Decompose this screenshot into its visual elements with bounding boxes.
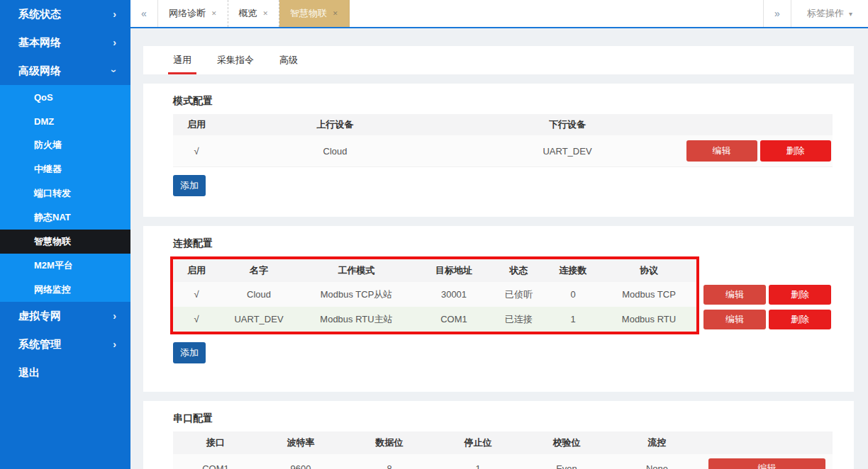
column-header: 校验位 bbox=[521, 431, 613, 454]
column-header: 状态 bbox=[493, 259, 545, 282]
tab-label: 采集指令 bbox=[217, 55, 254, 65]
sidebar-item-qos[interactable]: QoS bbox=[0, 85, 130, 109]
section-title: 串口配置 bbox=[173, 412, 833, 425]
cell-protocol: Modbus RTU bbox=[601, 307, 696, 332]
sidebar-item-port-forward[interactable]: 端口转发 bbox=[0, 181, 130, 205]
chevron-right-icon: › bbox=[113, 339, 116, 349]
tabbar-spacer bbox=[350, 0, 763, 27]
tab-label: 网络诊断 bbox=[169, 7, 206, 20]
tab-network-diagnosis[interactable]: 网络诊断 ✕ bbox=[158, 0, 228, 27]
sidebar-item-static-nat[interactable]: 静态NAT bbox=[0, 205, 130, 230]
column-header: 下行设备 bbox=[450, 114, 684, 135]
sidebar-item-label: 智慧物联 bbox=[34, 235, 71, 248]
cell-status: 已侦听 bbox=[493, 282, 545, 307]
edit-button[interactable]: 编辑 bbox=[703, 310, 766, 329]
close-icon[interactable]: ✕ bbox=[263, 10, 269, 17]
column-header-actions bbox=[701, 431, 833, 454]
actions-header-spacer bbox=[703, 256, 831, 282]
tab-advanced[interactable]: 高级 bbox=[279, 54, 298, 74]
sidebar-item-firewall[interactable]: 防火墙 bbox=[0, 133, 130, 157]
cell-target-address: 30001 bbox=[415, 282, 493, 307]
tab-label: 高级 bbox=[279, 55, 298, 65]
sidebar-item-label: 中继器 bbox=[34, 163, 62, 176]
sidebar-item-label: QoS bbox=[34, 92, 53, 103]
column-header: 波特率 bbox=[258, 431, 343, 454]
sidebar-item-advanced-network[interactable]: 高级网络 › bbox=[0, 57, 130, 85]
edit-button[interactable]: 编辑 bbox=[703, 285, 766, 305]
sidebar-item-label: 高级网络 bbox=[18, 64, 61, 78]
close-icon[interactable]: ✕ bbox=[333, 10, 338, 17]
edit-button[interactable]: 编辑 bbox=[708, 458, 825, 469]
collapse-tabs-right-button[interactable]: » bbox=[763, 0, 791, 27]
sidebar-item-system-status[interactable]: 系统状态 › bbox=[0, 0, 130, 28]
column-header: 协议 bbox=[601, 259, 696, 282]
caret-down-icon: ▾ bbox=[849, 10, 852, 18]
cell-data-bits: 8 bbox=[343, 454, 435, 469]
sidebar-item-label: 静态NAT bbox=[34, 211, 71, 224]
edit-button[interactable]: 编辑 bbox=[686, 140, 757, 162]
column-header: 停止位 bbox=[435, 431, 521, 454]
table-row: COM1 9600 8 1 Even None 编辑 bbox=[173, 454, 833, 469]
sidebar-item-label: 系统状态 bbox=[18, 8, 61, 21]
tab-label: 通用 bbox=[173, 55, 191, 65]
cell-target-address: COM1 bbox=[415, 307, 493, 332]
connection-config-table: 启用 名字 工作模式 目标地址 状态 连接数 协议 √ bbox=[173, 259, 696, 332]
cell-connection-count: 0 bbox=[545, 282, 601, 307]
tab-overview[interactable]: 概览 ✕ bbox=[228, 0, 280, 27]
sidebar: 系统状态 › 基本网络 › 高级网络 › QoS DMZ 防火墙 中继器 端口转… bbox=[0, 0, 130, 469]
column-header: 上行设备 bbox=[220, 114, 450, 135]
cell-up-device: Cloud bbox=[220, 135, 450, 167]
column-header: 启用 bbox=[173, 114, 220, 135]
tab-smart-iot[interactable]: 智慧物联 ✕ bbox=[279, 0, 350, 27]
double-chevron-right-icon: » bbox=[774, 8, 780, 19]
connection-row-actions: 编辑 删除 编辑 删除 bbox=[703, 256, 831, 334]
mode-config-table: 启用 上行设备 下行设备 √ Cloud UART_DEV 编辑 bbox=[173, 114, 833, 167]
mode-config-section: 模式配置 启用 上行设备 下行设备 √ Cloud UART_DEV bbox=[143, 84, 854, 217]
sidebar-item-repeater[interactable]: 中继器 bbox=[0, 157, 130, 181]
add-button[interactable]: 添加 bbox=[173, 175, 206, 196]
close-icon[interactable]: ✕ bbox=[211, 10, 217, 17]
table-row: √ UART_DEV Modbus RTU主站 COM1 已连接 1 Modbu… bbox=[173, 307, 696, 332]
tab-label: 概览 bbox=[239, 7, 257, 20]
column-header: 数据位 bbox=[343, 431, 435, 454]
column-header: 流控 bbox=[613, 431, 701, 454]
tab-bar: « 网络诊断 ✕ 概览 ✕ 智慧物联 ✕ » 标签操作 ▾ bbox=[130, 0, 868, 28]
sidebar-item-network-monitor[interactable]: 网络监控 bbox=[0, 278, 130, 302]
sidebar-item-vpn[interactable]: 虚拟专网 › bbox=[0, 302, 130, 330]
section-title: 模式配置 bbox=[173, 95, 833, 108]
delete-button[interactable]: 删除 bbox=[769, 310, 831, 329]
add-button[interactable]: 添加 bbox=[173, 342, 206, 363]
cell-down-device: UART_DEV bbox=[450, 135, 684, 167]
table-header-row: 启用 名字 工作模式 目标地址 状态 连接数 协议 bbox=[173, 259, 696, 282]
column-header: 连接数 bbox=[545, 259, 601, 282]
cell-enabled: √ bbox=[173, 282, 220, 307]
cell-name: UART_DEV bbox=[220, 307, 298, 332]
delete-button[interactable]: 删除 bbox=[769, 285, 831, 305]
cell-status: 已连接 bbox=[493, 307, 545, 332]
sidebar-item-label: DMZ bbox=[34, 116, 54, 127]
cell-protocol: Modbus TCP bbox=[601, 282, 696, 307]
tab-collect-commands[interactable]: 采集指令 bbox=[217, 54, 254, 74]
table-row: √ Cloud Modbus TCP从站 30001 已侦听 0 Modbus … bbox=[173, 282, 696, 307]
sidebar-item-system-manage[interactable]: 系统管理 › bbox=[0, 330, 130, 358]
sidebar-item-logout[interactable]: 退出 bbox=[0, 358, 130, 387]
sidebar-item-label: 虚拟专网 bbox=[18, 310, 61, 323]
sidebar-item-dmz[interactable]: DMZ bbox=[0, 109, 130, 133]
delete-button[interactable]: 删除 bbox=[760, 140, 831, 162]
table-row: √ Cloud UART_DEV 编辑 删除 bbox=[173, 135, 833, 167]
sidebar-submenu: QoS DMZ 防火墙 中继器 端口转发 静态NAT 智慧物联 M2M平台 网络… bbox=[0, 85, 130, 302]
sidebar-item-smart-iot[interactable]: 智慧物联 bbox=[0, 230, 130, 254]
cell-name: Cloud bbox=[220, 282, 298, 307]
column-header: 启用 bbox=[173, 259, 220, 282]
chevron-down-icon: › bbox=[110, 69, 120, 73]
main-area: « 网络诊断 ✕ 概览 ✕ 智慧物联 ✕ » 标签操作 ▾ 通用 采集指 bbox=[130, 0, 868, 469]
sidebar-item-basic-network[interactable]: 基本网络 › bbox=[0, 28, 130, 57]
tab-actions-dropdown[interactable]: 标签操作 ▾ bbox=[791, 0, 868, 27]
serial-config-table: 接口 波特率 数据位 停止位 校验位 流控 COM1 9600 8 1 bbox=[173, 431, 833, 469]
tab-general[interactable]: 通用 bbox=[173, 54, 191, 74]
cell-parity: Even bbox=[521, 454, 613, 469]
sidebar-item-label: 系统管理 bbox=[18, 338, 61, 351]
collapse-tabs-left-button[interactable]: « bbox=[130, 0, 158, 27]
sidebar-item-label: 端口转发 bbox=[34, 187, 71, 200]
sidebar-item-m2m-platform[interactable]: M2M平台 bbox=[0, 254, 130, 278]
